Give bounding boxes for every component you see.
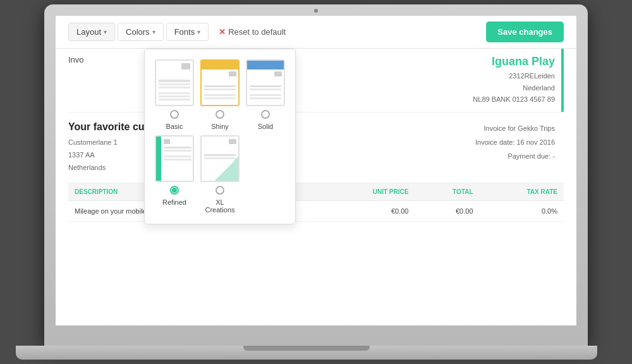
laptop-camera xyxy=(314,9,318,13)
invoice-for: Invoice for Gekko Trips xyxy=(475,121,555,135)
layout-label-solid: Solid xyxy=(258,123,273,130)
layout-radio-xl-creations[interactable] xyxy=(216,186,224,195)
layout-item-solid[interactable]: Solid xyxy=(246,59,285,130)
layout-chevron-icon: ▾ xyxy=(104,28,107,35)
col-header-total: TOTAL xyxy=(415,183,479,201)
company-info: Iguana Play 2312RELeiden Nederland NL89 … xyxy=(473,55,564,106)
invoice-table-head: DESCRIPTION QUANTITY UNIT PRICE TOTAL TA… xyxy=(68,183,564,201)
layout-radio-shiny[interactable] xyxy=(216,110,224,119)
invoice-breadcrumb: Invo xyxy=(68,55,84,106)
layout-label-shiny: Shiny xyxy=(211,123,229,130)
layout-label-xl-creations: XL Creations xyxy=(200,198,240,214)
layout-thumb-solid xyxy=(246,59,285,106)
layout-radio-solid[interactable] xyxy=(261,110,270,119)
layout-thumb-shiny xyxy=(200,59,240,106)
cell-unit-price: €0.00 xyxy=(320,201,415,222)
col-header-unit-price: UNIT PRICE xyxy=(320,183,415,201)
table-row: Mileage on your mobile 1 x €0.00 €0.00 0… xyxy=(68,201,564,222)
laptop-shell: Layout ▾ Colors ▾ Fonts ▾ ✕ xyxy=(44,4,588,346)
colors-label: Colors xyxy=(126,27,150,37)
green-sidebar-bar xyxy=(561,49,564,112)
layout-item-xl-creations[interactable]: XL Creations xyxy=(200,135,240,214)
layout-label-refined: Refined xyxy=(162,198,186,206)
layout-label: Layout xyxy=(76,27,101,37)
layout-item-shiny[interactable]: Shiny xyxy=(200,59,240,130)
layout-thumb-refined xyxy=(155,135,194,182)
fonts-label: Fonts xyxy=(174,27,195,37)
layout-radio-basic[interactable] xyxy=(170,110,179,119)
col-header-tax-rate: TAX RATE xyxy=(480,183,564,201)
colors-chevron-icon: ▾ xyxy=(152,28,155,35)
laptop-base xyxy=(16,346,597,360)
colors-button[interactable]: Colors ▾ xyxy=(118,23,164,41)
company-name: Iguana Play xyxy=(473,55,555,68)
layout-label-basic: Basic xyxy=(166,123,183,130)
fonts-button[interactable]: Fonts ▾ xyxy=(166,23,209,41)
payment-due: Payment due: - xyxy=(475,149,555,163)
layout-grid-empty xyxy=(246,135,285,214)
invoice-mid: Your favorite customer Customerlane 1 13… xyxy=(68,112,564,183)
screen-content: Layout ▾ Colors ▾ Fonts ▾ ✕ xyxy=(56,16,576,325)
invoice-table-header-row: DESCRIPTION QUANTITY UNIT PRICE TOTAL TA… xyxy=(68,183,564,201)
layout-grid-row1: Basic xyxy=(155,59,285,130)
cell-total: €0.00 xyxy=(415,201,479,222)
fonts-chevron-icon: ▾ xyxy=(197,28,200,35)
invoice-table-body: Mileage on your mobile 1 x €0.00 €0.00 0… xyxy=(68,201,564,222)
layout-thumb-basic xyxy=(155,59,194,106)
invoice-area: Invo Iguana Play 2312RELeiden Nederland … xyxy=(56,49,576,325)
company-address1: 2312RELeiden xyxy=(473,70,555,82)
company-bank: NL89 BANK 0123 4567 89 xyxy=(473,94,555,106)
reset-x-icon: ✕ xyxy=(219,27,226,37)
layout-dropdown-panel: Basic xyxy=(144,49,296,224)
company-address2: Nederland xyxy=(473,82,555,94)
layout-thumb-xl-creations xyxy=(200,135,240,182)
invoice-meta: Invoice for Gekko Trips Invoice date: 16… xyxy=(475,121,555,174)
toolbar-left: Layout ▾ Colors ▾ Fonts ▾ ✕ xyxy=(68,23,293,41)
cell-tax-rate: 0.0% xyxy=(480,201,564,222)
laptop-screen: Layout ▾ Colors ▾ Fonts ▾ ✕ xyxy=(56,16,576,325)
layout-item-refined[interactable]: Refined xyxy=(155,135,194,214)
reset-button[interactable]: ✕ Reset to default xyxy=(211,23,293,40)
toolbar: Layout ▾ Colors ▾ Fonts ▾ ✕ xyxy=(56,16,576,49)
invoice-date: Invoice date: 16 nov 2016 xyxy=(475,135,555,149)
layout-radio-refined[interactable] xyxy=(170,186,179,195)
layout-item-basic[interactable]: Basic xyxy=(155,59,194,130)
invoice-table: DESCRIPTION QUANTITY UNIT PRICE TOTAL TA… xyxy=(68,183,564,222)
layout-button[interactable]: Layout ▾ xyxy=(68,23,115,41)
reset-label: Reset to default xyxy=(228,27,286,37)
save-button[interactable]: Save changes xyxy=(486,21,564,42)
